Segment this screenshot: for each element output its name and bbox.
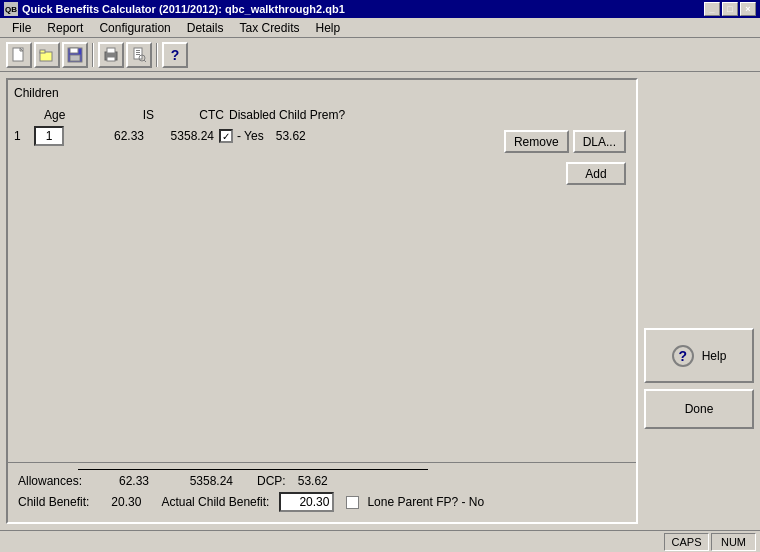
help-button[interactable]: ? Help <box>644 328 754 383</box>
new-icon <box>11 47 27 63</box>
status-bar: CAPS NUM <box>0 530 760 552</box>
dcp-value: 53.62 <box>276 129 306 143</box>
table-header: Age IS CTC Disabled Child Prem? <box>14 108 630 122</box>
allowances-label: Allowances: <box>18 474 82 488</box>
menu-tax-credits[interactable]: Tax Credits <box>231 19 307 37</box>
menu-file[interactable]: File <box>4 19 39 37</box>
done-button[interactable]: Done <box>644 389 754 429</box>
window-title: Quick Benefits Calculator (2011/2012): q… <box>22 3 345 15</box>
dcp-area: ✓ - Yes 53.62 <box>219 129 379 143</box>
lone-parent-checkbox[interactable] <box>346 496 359 509</box>
svg-rect-13 <box>136 54 140 55</box>
num-status: NUM <box>711 533 756 551</box>
menu-bar: File Report Configuration Details Tax Cr… <box>0 18 760 38</box>
add-button-container: Add <box>566 162 626 185</box>
open-icon <box>39 47 55 63</box>
svg-rect-9 <box>107 57 115 61</box>
window-controls[interactable]: _ □ × <box>704 2 756 16</box>
header-is: IS <box>99 108 159 122</box>
totals-area: Allowances: 62.33 5358.24 DCP: 53.62 Chi… <box>8 462 636 522</box>
row-action-buttons: Remove DLA... <box>504 130 626 153</box>
svg-rect-6 <box>70 55 80 61</box>
dcp-check-label: - Yes <box>237 129 264 143</box>
menu-details[interactable]: Details <box>179 19 232 37</box>
header-dcp: Disabled Child Prem? <box>229 108 389 122</box>
save-button[interactable] <box>62 42 88 68</box>
svg-rect-10 <box>134 48 142 59</box>
ctc-value: 5358.24 <box>149 129 219 143</box>
header-ctc: CTC <box>159 108 229 122</box>
help-toolbar-button[interactable]: ? <box>162 42 188 68</box>
age-cell <box>34 126 89 146</box>
save-icon <box>67 47 83 63</box>
menu-report[interactable]: Report <box>39 19 91 37</box>
maximize-button[interactable]: □ <box>722 2 738 16</box>
svg-rect-11 <box>136 50 140 51</box>
remove-button[interactable]: Remove <box>504 130 569 153</box>
dcp-total-label: DCP: <box>257 474 286 488</box>
minimize-button[interactable]: _ <box>704 2 720 16</box>
title-bar: QB Quick Benefits Calculator (2011/2012)… <box>0 0 760 18</box>
toolbar-separator-2 <box>156 43 158 67</box>
dla-button[interactable]: DLA... <box>573 130 626 153</box>
svg-rect-8 <box>107 48 115 53</box>
allowances-is: 62.33 <box>94 474 149 488</box>
is-value: 62.33 <box>89 129 149 143</box>
help-label: Help <box>702 349 727 363</box>
actual-cb-label: Actual Child Benefit: <box>161 495 269 509</box>
totals-row-1: Allowances: 62.33 5358.24 DCP: 53.62 <box>18 474 626 488</box>
menu-configuration[interactable]: Configuration <box>91 19 178 37</box>
help-icon: ? <box>672 345 694 367</box>
child-benefit-label: Child Benefit: <box>18 495 89 509</box>
print-button[interactable] <box>98 42 124 68</box>
menu-help[interactable]: Help <box>307 19 348 37</box>
header-age: Age <box>44 108 99 122</box>
preview-button[interactable] <box>126 42 152 68</box>
add-button[interactable]: Add <box>566 162 626 185</box>
print-icon <box>103 47 119 63</box>
dcp-checkbox[interactable]: ✓ <box>219 129 233 143</box>
svg-rect-3 <box>40 50 45 53</box>
new-button[interactable] <box>6 42 32 68</box>
allowances-ctc: 5358.24 <box>173 474 233 488</box>
toolbar-separator-1 <box>92 43 94 67</box>
open-button[interactable] <box>34 42 60 68</box>
children-panel: Children Age IS CTC Disabled Child Prem?… <box>6 78 638 524</box>
right-panel: ? Help Done <box>644 78 754 524</box>
svg-line-15 <box>144 60 146 62</box>
app-icon: QB <box>4 2 18 16</box>
child-benefit-val: 20.30 <box>101 495 141 509</box>
row-number: 1 <box>14 129 34 143</box>
lone-parent-label: Lone Parent FP? - No <box>367 495 484 509</box>
actual-cb-input[interactable] <box>279 492 334 512</box>
svg-rect-5 <box>70 48 78 53</box>
caps-status: CAPS <box>664 533 709 551</box>
age-input[interactable] <box>34 126 64 146</box>
main-content: Children Age IS CTC Disabled Child Prem?… <box>0 72 760 530</box>
totals-row-2: Child Benefit: 20.30 Actual Child Benefi… <box>18 492 626 512</box>
svg-rect-12 <box>136 52 140 53</box>
preview-icon <box>131 47 147 63</box>
toolbar: ? <box>0 38 760 72</box>
close-button[interactable]: × <box>740 2 756 16</box>
dcp-total-val: 53.62 <box>298 474 328 488</box>
panel-title: Children <box>14 86 630 100</box>
